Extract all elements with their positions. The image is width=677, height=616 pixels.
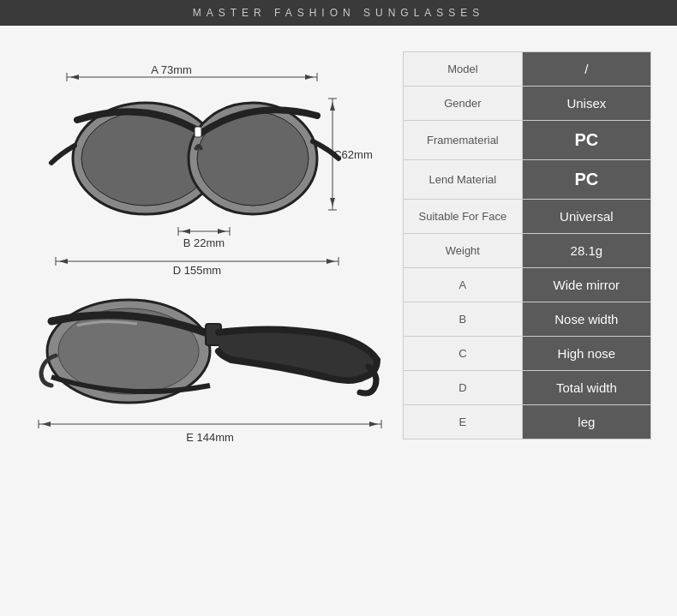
dim-b-label: B 22mm [183, 236, 225, 249]
spec-value: Wide mirror [522, 268, 650, 302]
svg-rect-14 [195, 127, 201, 137]
spec-value: 28.1g [522, 234, 650, 268]
dim-a-label: A 73mm [151, 63, 192, 76]
table-row: Lend MaterialPC [404, 160, 651, 200]
table-row: Model/ [404, 52, 651, 87]
svg-marker-32 [369, 422, 378, 427]
spec-label: B [404, 302, 523, 337]
table-row: DTotal width [404, 371, 651, 405]
spec-value: Total width [522, 371, 650, 405]
header-bar: MASTER FASHION SUNGLASSES [0, 0, 677, 26]
spec-value: PC [522, 160, 650, 200]
spec-label: Suitable For Face [404, 200, 523, 234]
spec-value: High nose [522, 337, 650, 371]
spec-value: leg [522, 405, 650, 440]
spec-value: PC [522, 121, 650, 160]
front-glasses-container: A 73mm C62mm [34, 51, 377, 274]
spec-value: Unisex [522, 87, 650, 121]
spec-label: Weight [404, 234, 523, 268]
svg-marker-9 [330, 198, 335, 206]
specs-panel: Model/GenderUnisexFramematerialPCLend Ma… [403, 43, 651, 595]
spec-label: Gender [404, 87, 523, 121]
main-content: A 73mm C62mm [0, 26, 677, 613]
svg-marker-4 [305, 75, 314, 80]
spec-value: Universal [522, 200, 650, 234]
spec-label: Framematerial [404, 121, 523, 160]
spec-value: / [522, 52, 650, 87]
spec-label: Lend Material [404, 160, 523, 200]
svg-marker-18 [182, 229, 190, 234]
table-row: CHigh nose [404, 337, 651, 371]
spec-label: E [404, 405, 523, 440]
side-glasses-container: E 144mm [26, 274, 386, 463]
spec-label: A [404, 268, 523, 302]
side-glasses-diagram: E 144mm [26, 274, 386, 463]
table-row: AWide mirror [404, 268, 651, 302]
spec-label: D [404, 371, 523, 405]
svg-marker-8 [330, 102, 335, 111]
dim-d-label: D 155mm [173, 264, 221, 274]
spec-label: C [404, 337, 523, 371]
left-panel: A 73mm C62mm [26, 43, 386, 595]
svg-marker-24 [327, 259, 335, 264]
front-glasses-diagram: A 73mm C62mm [34, 51, 377, 274]
spec-label: Model [404, 52, 523, 87]
table-row: GenderUnisex [404, 87, 651, 121]
table-row: BNose width [404, 302, 651, 337]
svg-marker-31 [42, 422, 51, 427]
table-row: Suitable For FaceUniversal [404, 200, 651, 234]
svg-marker-19 [218, 229, 226, 234]
specs-table: Model/GenderUnisexFramematerialPCLend Ma… [403, 51, 651, 440]
table-row: Eleg [404, 405, 651, 440]
table-row: Weight28.1g [404, 234, 651, 268]
dim-e-label: E 144mm [186, 431, 234, 444]
svg-marker-23 [59, 259, 68, 264]
svg-marker-3 [70, 75, 79, 80]
spec-value: Nose width [522, 302, 650, 337]
table-row: FramematerialPC [404, 121, 651, 160]
